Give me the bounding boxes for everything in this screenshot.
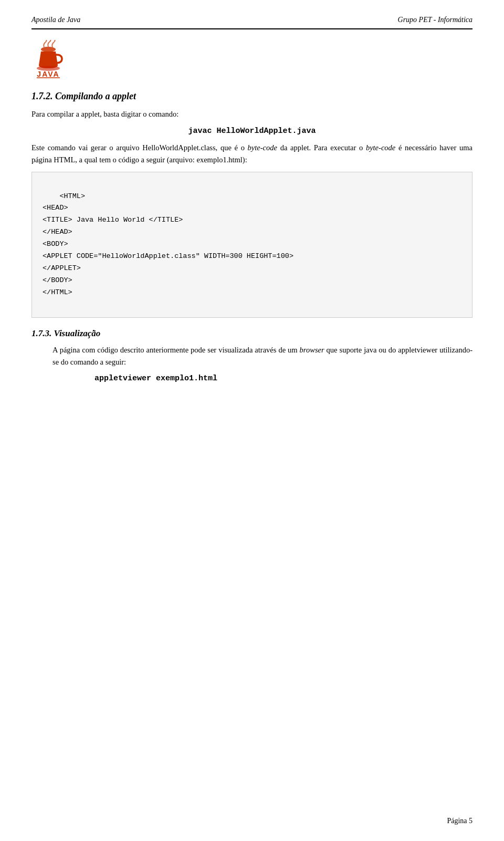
svg-point-0 <box>41 47 56 52</box>
paragraph-1: Para compilar a applet, basta digitar o … <box>32 108 472 120</box>
header-left-title: Apostila de Java <box>32 16 80 24</box>
section-heading-172: 1.7.2. Compilando a applet <box>32 91 472 102</box>
page-footer: Página 5 <box>447 817 472 825</box>
section-number-172: 1.7.2. <box>32 91 53 101</box>
footer-page-number: 5 <box>469 817 472 825</box>
section-title-172: Compilando a applet <box>55 91 136 101</box>
paragraph-2: Este comando vai gerar o arquivo HelloWo… <box>32 142 472 166</box>
paragraph-1-text: Para compilar a applet, basta digitar o … <box>32 110 178 118</box>
browser-italic: browser <box>300 346 324 354</box>
svg-text:JAVA: JAVA <box>37 70 59 78</box>
footer-label: Página <box>447 817 467 825</box>
section-title-173-text: Visualização <box>54 328 101 338</box>
page-container: Apostila de Java Grupo PET - Informática… <box>0 0 504 841</box>
paragraph-visualizacao: A página com código descrito anteriormen… <box>52 344 472 368</box>
appletviewer-command-paragraph: appletviewer exemplo1.html <box>32 372 472 385</box>
section-heading-173: 1.7.3. Visualização <box>32 328 472 339</box>
code-block-html: <HTML> <HEAD> <TITLE> Java Hello World <… <box>32 172 472 318</box>
code-content: <HTML> <HEAD> <TITLE> Java Hello World <… <box>43 192 293 297</box>
section-number-173: 1.7.3. <box>32 328 51 338</box>
p2-bytecode-italic: byte-code <box>248 143 277 152</box>
header-right-title: Grupo PET - Informática <box>398 16 472 24</box>
compile-command: javac HelloWorldApplet.java <box>32 124 472 138</box>
page-header: Apostila de Java Grupo PET - Informática <box>32 16 472 29</box>
p2-bytecode2-italic: byte-code <box>366 143 395 152</box>
visualizacao-text: A página com código descrito anteriormen… <box>52 346 472 366</box>
java-logo: JAVA <box>32 40 472 81</box>
compile-command-text: javac HelloWorldApplet.java <box>188 127 316 136</box>
p2-text: Este comando vai gerar o arquivo HelloWo… <box>32 143 472 164</box>
appletviewer-command: appletviewer exemplo1.html <box>52 372 472 385</box>
java-logo-svg: JAVA <box>32 40 71 79</box>
